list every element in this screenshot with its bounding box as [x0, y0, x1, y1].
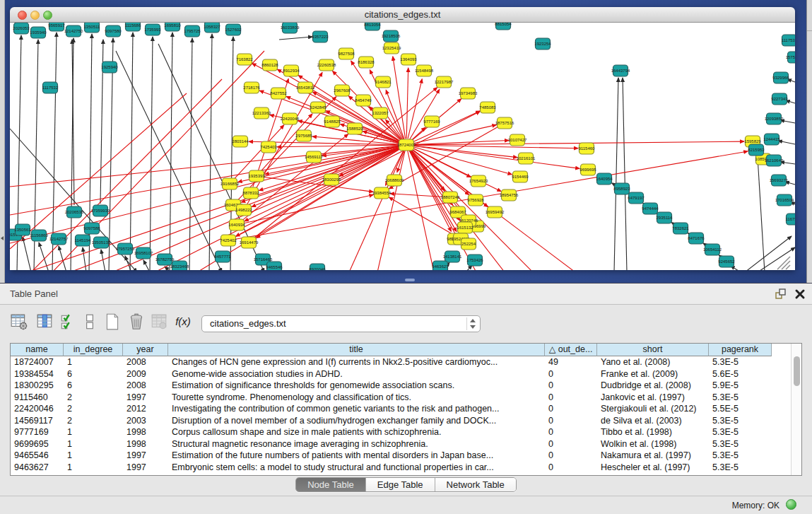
- table-cell: 0: [545, 450, 597, 462]
- memory-status-indicator[interactable]: [786, 499, 796, 510]
- graph-node-label: 13505135: [92, 240, 111, 245]
- table-cell: 5.3E-5: [709, 415, 772, 427]
- column-header-out-de-[interactable]: △ out_de...: [545, 344, 597, 356]
- citation-network-graph: 1872400719384554716382288601288912934271…: [10, 23, 795, 270]
- graph-node-label: 18807249: [441, 195, 460, 199]
- network-canvas[interactable]: 1872400719384554716382288601288912934271…: [10, 23, 795, 270]
- float-panel-button[interactable]: [775, 288, 787, 300]
- graph-edge[interactable]: [89, 34, 92, 270]
- table-row[interactable]: 969969511998Structural magnetic resonanc…: [11, 438, 791, 450]
- table-cell: 2003: [123, 415, 168, 427]
- graph-edge[interactable]: [155, 145, 406, 270]
- graph-edge[interactable]: [377, 145, 406, 270]
- table-select-dropdown[interactable]: citations_edges.txt: [201, 315, 481, 332]
- graph-edge[interactable]: [279, 37, 312, 40]
- graph-node-label: 14138141: [443, 255, 462, 259]
- graph-edge[interactable]: [623, 78, 627, 270]
- graph-node-label: 17359939: [91, 209, 110, 213]
- graph-node-label: 12213363: [252, 111, 271, 115]
- graph-node-label: 20206536: [65, 210, 84, 214]
- table-cell: 1997: [123, 392, 168, 404]
- tab-node-table[interactable]: Node Table: [296, 478, 366, 491]
- graph-edge[interactable]: [406, 145, 533, 270]
- table-row[interactable]: 911546021997Tourette syndrome. Phenomeno…: [11, 392, 791, 404]
- graph-node-label: 8215953: [748, 148, 765, 152]
- graph-node-label: 9457771: [214, 255, 231, 259]
- graph-edge[interactable]: [150, 37, 153, 270]
- column-header-pagerank[interactable]: pagerank: [709, 344, 772, 356]
- column-header-name[interactable]: name: [11, 344, 64, 356]
- graph-edge[interactable]: [413, 146, 579, 168]
- graph-node-label: 252254: [461, 242, 476, 246]
- table-row[interactable]: 1456911722003Disruption of a novel membe…: [11, 415, 791, 427]
- graph-edge[interactable]: [758, 157, 765, 270]
- table-cell: 18724007: [11, 356, 64, 368]
- graph-edge[interactable]: [339, 148, 401, 176]
- graph-edge[interactable]: [23, 237, 31, 270]
- table-row[interactable]: 1872400712008Changes of HCN gene express…: [11, 356, 791, 368]
- new-file-icon[interactable]: [103, 313, 124, 334]
- graph-node-label: 9227343: [771, 97, 788, 101]
- table-cell: 2: [64, 415, 123, 427]
- graph-node-label: 9565917: [48, 23, 65, 28]
- column-header-year[interactable]: year: [123, 344, 168, 356]
- graph-edge[interactable]: [277, 145, 400, 147]
- table-cell: 2: [64, 392, 123, 404]
- table-cell: 5.9E-5: [709, 380, 772, 392]
- select-columns-icon[interactable]: [59, 313, 81, 334]
- graph-node-label: 6479197: [628, 196, 645, 200]
- graph-edge[interactable]: [782, 261, 790, 269]
- table-row[interactable]: 946554611997Estimation of the future num…: [11, 450, 791, 462]
- graph-edge[interactable]: [786, 265, 790, 269]
- tab-edge-table[interactable]: Edge Table: [366, 478, 435, 491]
- table-cell: 49: [545, 356, 597, 368]
- table-row[interactable]: 1938455462009Genome-wide association stu…: [11, 368, 791, 380]
- graph-edge[interactable]: [406, 68, 408, 139]
- delete-trash-icon[interactable]: [127, 313, 148, 334]
- network-window: citations_edges.txt 18724007193845547163…: [10, 7, 795, 270]
- table-settings-icon[interactable]: [10, 313, 31, 334]
- graph-edge[interactable]: [209, 34, 212, 270]
- memory-status-label: Memory: OK: [732, 501, 779, 510]
- scrollbar-thumb[interactable]: [794, 356, 800, 386]
- table-row[interactable]: 1830029562008Estimation of significance …: [11, 380, 791, 392]
- table-cell: 9463627: [11, 462, 64, 474]
- collapse-arrow-icon: [1, 236, 4, 240]
- graph-node-label: 9097580: [105, 29, 122, 33]
- delete-table-icon[interactable]: [150, 313, 171, 334]
- graph-node-label: 1615132: [457, 226, 473, 230]
- graph-node-label: 1923254: [534, 42, 551, 46]
- left-panel-edge[interactable]: [0, 0, 5, 283]
- graph-node-label: 1735993: [144, 28, 161, 32]
- tab-network-table[interactable]: Network Table: [435, 478, 516, 491]
- insert-column-icon[interactable]: [35, 313, 57, 334]
- table-scrollbar[interactable]: [791, 344, 801, 475]
- graph-node-label: 1925940: [101, 65, 118, 69]
- graph-edge[interactable]: [59, 246, 66, 270]
- table-row[interactable]: 977716911998Corpus callosum shape and si…: [11, 426, 791, 438]
- graph-edge[interactable]: [189, 38, 192, 270]
- graph-edge[interactable]: [413, 145, 578, 148]
- window-titlebar[interactable]: citations_edges.txt: [10, 7, 795, 23]
- table-row[interactable]: 2242004622012Investigating the contribut…: [11, 403, 791, 415]
- svg-text:f(x): f(x): [175, 315, 191, 327]
- graph-edge[interactable]: [413, 141, 744, 145]
- table-cell: 9465546: [11, 450, 64, 462]
- column-header-in-degree[interactable]: in_degree: [64, 344, 123, 356]
- graph-node-label: 8186328: [358, 60, 375, 64]
- graph-edge[interactable]: [778, 141, 795, 144]
- column-header-short[interactable]: short: [597, 344, 709, 356]
- graph-edge[interactable]: [130, 33, 133, 270]
- table-row[interactable]: 946362711997Embryonic stem cells: a mode…: [11, 462, 791, 474]
- table-tabs: Node TableEdge TableNetwork Table: [0, 477, 812, 493]
- graph-edge[interactable]: [71, 38, 73, 270]
- close-panel-button[interactable]: [794, 288, 807, 300]
- splitter-handle[interactable]: [405, 279, 415, 281]
- function-builder-icon[interactable]: f(x): [174, 313, 195, 334]
- graph-edge[interactable]: [412, 111, 480, 142]
- column-header-title[interactable]: title: [168, 344, 545, 356]
- graph-edge[interactable]: [143, 260, 150, 270]
- insert-row-icon[interactable]: [81, 313, 102, 334]
- graph-node-label: 8471676: [688, 236, 705, 240]
- graph-edge[interactable]: [10, 145, 406, 243]
